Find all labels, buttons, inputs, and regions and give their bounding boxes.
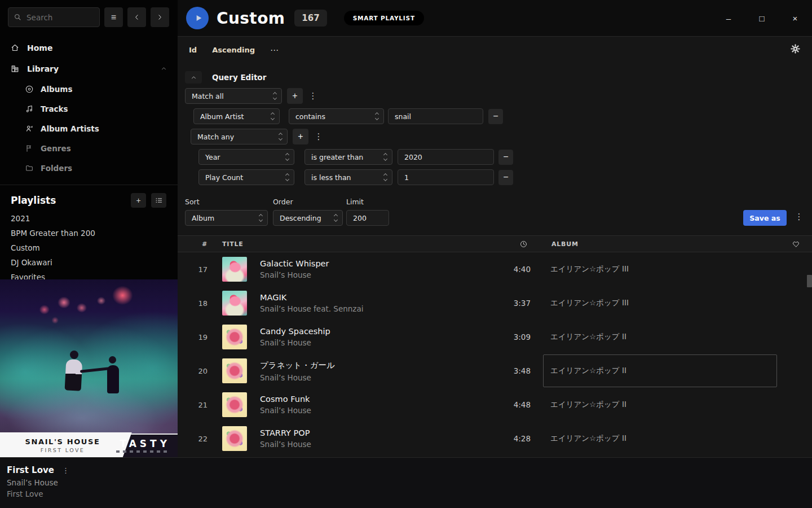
minimize-button[interactable]: –: [720, 10, 738, 28]
title-cell[interactable]: プラネット・ガールSnail’s House: [260, 360, 480, 382]
sidebar-item-folders[interactable]: Folders: [0, 158, 178, 178]
title-cell[interactable]: Galactic WhisperSnail’s House: [260, 259, 480, 279]
kebab-icon: ⋮: [795, 212, 804, 221]
rule-operator-select[interactable]: is greater than: [304, 149, 392, 165]
rule-field-select[interactable]: Album Artist: [193, 108, 280, 124]
play-icon: [192, 14, 203, 23]
chevron-up-icon[interactable]: [160, 65, 167, 72]
playlist-item-custom[interactable]: Custom: [0, 240, 178, 255]
title-cell[interactable]: Cosmo FunkSnail’s House: [260, 395, 480, 415]
art-figure-left: [65, 359, 83, 391]
select-chevrons-icon: [286, 154, 289, 160]
track-count-badge: 167: [294, 10, 326, 27]
rule-operator-select[interactable]: contains: [289, 108, 384, 124]
select-value: Year: [205, 153, 220, 161]
album-cell[interactable]: エイリアン☆ポップ III: [543, 287, 777, 319]
now-playing-menu-button[interactable]: ⋮: [62, 466, 69, 475]
rule-menu-button[interactable]: ⋮: [308, 91, 318, 101]
sidebar-item-genres[interactable]: Genres: [0, 138, 178, 158]
save-menu-button[interactable]: ⋮: [794, 212, 804, 222]
settings-button[interactable]: [790, 43, 801, 54]
album-cell[interactable]: エイリアン☆ポップ II: [543, 321, 777, 353]
title-column-header[interactable]: TITLE: [209, 240, 480, 248]
match-all-select[interactable]: Match all: [185, 88, 282, 104]
sidebar-item-album-artists[interactable]: Album Artists: [0, 119, 178, 138]
playlist-item-2021[interactable]: 2021: [0, 211, 178, 226]
sidebar-item-tracks[interactable]: Tracks: [0, 99, 178, 119]
remove-rule-button[interactable]: −: [498, 150, 513, 165]
album-cell[interactable]: エイリアン☆ポップ III: [543, 253, 777, 286]
sort-field-button[interactable]: Id: [189, 46, 197, 54]
close-button[interactable]: ×: [786, 10, 804, 28]
rule-value-input[interactable]: [398, 149, 494, 165]
table-row[interactable]: 21Cosmo FunkSnail’s House4:48エイリアン☆ポップ I…: [178, 388, 812, 422]
table-row[interactable]: 19Candy SpaceshipSnail’s House3:09エイリアン☆…: [178, 320, 812, 354]
now-playing-title[interactable]: First Love: [7, 465, 54, 475]
limit-input[interactable]: [346, 210, 389, 226]
add-playlist-button[interactable]: +: [131, 193, 146, 208]
table-header: # TITLE ALBUM: [178, 235, 812, 252]
duration-column-header[interactable]: [480, 240, 531, 248]
remove-rule-button[interactable]: −: [488, 109, 503, 124]
playlist-item-bpm-greater-than-200[interactable]: BPM Greater than 200: [0, 226, 178, 240]
track-album: エイリアン☆ポップ II: [550, 400, 626, 410]
select-chevrons-icon: [384, 154, 387, 160]
sidebar-nav: Home Library AlbumsTracksAlbum ArtistsGe…: [0, 37, 178, 178]
index-column-header[interactable]: #: [178, 240, 209, 248]
maximize-button[interactable]: □: [753, 10, 771, 28]
rule-field-select[interactable]: Year: [198, 149, 294, 165]
sort-select[interactable]: Album: [185, 210, 268, 226]
table-row[interactable]: 20プラネット・ガールSnail’s House3:48エイリアン☆ポップ II: [178, 354, 812, 388]
toolbar-more-button[interactable]: ⋯: [270, 45, 279, 55]
title-cell[interactable]: Candy SpaceshipSnail’s House: [260, 327, 480, 347]
favorite-column-header[interactable]: [789, 240, 812, 248]
nav-back-button[interactable]: [127, 7, 146, 27]
sidebar-item-library[interactable]: Library: [0, 58, 178, 79]
collapse-query-editor-button[interactable]: [185, 71, 202, 84]
add-rule-button[interactable]: +: [293, 129, 308, 144]
now-playing-album[interactable]: First Love: [7, 489, 69, 498]
menu-button[interactable]: ≡: [104, 7, 123, 27]
sidebar-item-home[interactable]: Home: [0, 37, 178, 58]
add-rule-button[interactable]: +: [287, 88, 303, 104]
thumb-cell: [209, 426, 260, 451]
order-select[interactable]: Descending: [273, 210, 343, 226]
rule-menu-button[interactable]: ⋮: [314, 132, 324, 142]
match-any-select[interactable]: Match any: [191, 129, 288, 144]
sort-order-button[interactable]: Ascending: [212, 46, 255, 54]
title-cell[interactable]: STARRY POPSnail’s House: [260, 428, 480, 449]
track-title: Galactic Whisper: [260, 259, 480, 268]
rule-value-input[interactable]: [388, 108, 483, 124]
rule-field-select[interactable]: Play Count: [198, 169, 294, 185]
album-cell[interactable]: エイリアン☆ポップ II: [543, 422, 777, 455]
sidebar-item-label: Home: [27, 43, 52, 52]
album-cell-wrap: エイリアン☆ポップ II: [531, 388, 789, 422]
table-row[interactable]: 22STARRY POPSnail’s House4:28エイリアン☆ポップ I…: [178, 422, 812, 456]
album-cell[interactable]: エイリアン☆ポップ II: [543, 388, 777, 421]
playlist-list-button[interactable]: [151, 193, 166, 208]
select-value: Play Count: [205, 173, 243, 182]
track-album: エイリアン☆ポップ III: [550, 298, 629, 308]
remove-rule-button[interactable]: −: [498, 170, 513, 185]
select-chevrons-icon: [376, 113, 378, 120]
play-playlist-button[interactable]: [186, 7, 209, 29]
sidebar-item-albums[interactable]: Albums: [0, 79, 178, 99]
rule-value-input[interactable]: [398, 169, 494, 185]
table-row[interactable]: 17Galactic WhisperSnail’s House4:40エイリアン…: [178, 252, 812, 286]
now-playing-artist[interactable]: Snail’s House: [7, 478, 69, 487]
album-cell[interactable]: エイリアン☆ポップ II: [543, 354, 777, 387]
save-as-button[interactable]: Save as: [743, 210, 787, 226]
now-playing-album-art[interactable]: SNAIL'S HOUSE FIRST LOVE TASTY: [0, 279, 178, 457]
track-index: 17: [178, 265, 209, 274]
thumb-cell: [209, 291, 260, 316]
scrollbar-thumb[interactable]: [807, 275, 812, 287]
nav-forward-button[interactable]: [151, 7, 169, 27]
rule-operator-select[interactable]: is less than: [304, 169, 392, 185]
record-label-subtext: [116, 450, 170, 453]
album-column-header[interactable]: ALBUM: [531, 240, 789, 248]
title-cell[interactable]: MAGIKSnail’s House feat. Sennzai: [260, 293, 480, 313]
kebab-icon: ⋮: [315, 132, 323, 141]
table-row[interactable]: 18MAGIKSnail’s House feat. Sennzai3:37エイ…: [178, 286, 812, 320]
album-art-thumbnail: [222, 426, 247, 451]
playlist-item-dj-okawari[interactable]: DJ Okawari: [0, 255, 178, 270]
